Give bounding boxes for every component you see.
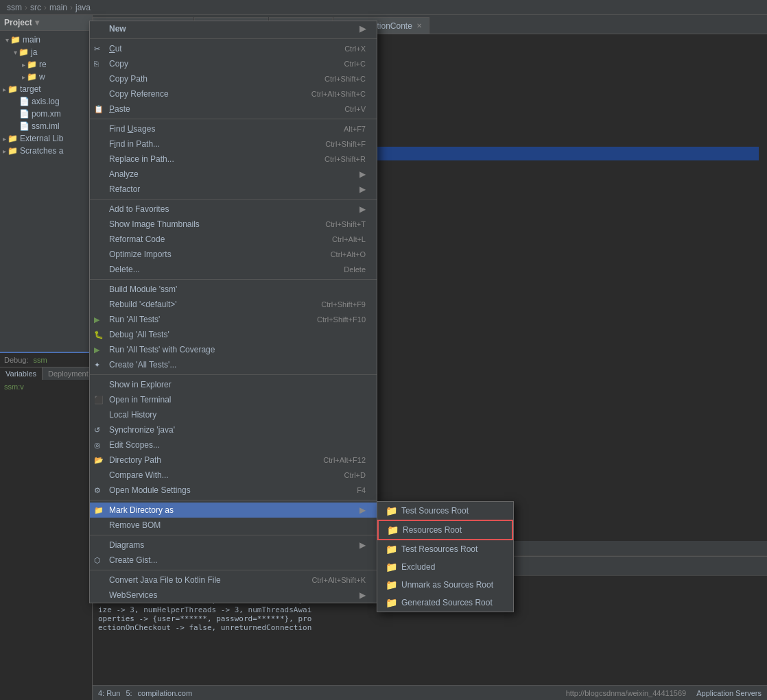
tree-label: ja [31,47,37,57]
menu-item-new[interactable]: New ▶ [90,21,377,36]
run-tab[interactable]: 4: Run [98,689,120,697]
menu-item-rebuild[interactable]: Rebuild '<default>' Ctrl+Shift+F9 [90,297,377,312]
menu-separator [90,279,377,280]
menu-item-mark-directory[interactable]: 📁 Mark Directory as ▶ 📁 Test Sources Roo… [90,503,377,518]
tree-item-pomxml[interactable]: 📄 pom.xm [0,108,92,120]
tree-label: w [39,72,45,82]
menu-item-copy-ref[interactable]: Copy Reference Ctrl+Alt+Shift+C [90,86,377,101]
folder-icon: 📁 [27,60,37,69]
menu-item-module-settings[interactable]: ⚙ Open Module Settings F4 [90,483,377,498]
breadcrumb-src[interactable]: src [30,3,41,12]
tree-item-axislog[interactable]: 📄 axis.log [0,95,92,108]
menu-item-reformat[interactable]: Reformat Code Ctrl+Alt+L [90,232,377,247]
menu-item-cut[interactable]: ✂ Cut Ctrl+X [90,41,377,56]
menu-item-gist[interactable]: ⬡ Create Gist... [90,553,377,568]
menu-item-analyze[interactable]: Analyze ▶ [90,167,377,182]
file-icon: 📄 [19,121,30,131]
menu-item-remove-bom[interactable]: Remove BOM [90,518,377,533]
tree-item-scratches[interactable]: ▸ 📁 Scratches a [0,145,92,157]
copy-icon: ⎘ [94,60,99,68]
debug-tab-deployment[interactable]: Deployment [43,367,93,380]
breadcrumb-java[interactable]: java [75,3,91,12]
menu-item-delete[interactable]: Delete... Delete [90,262,377,277]
menu-item-refactor[interactable]: Refactor ▶ [90,182,377,197]
tree-item-ssmiml[interactable]: 📄 ssm.iml [0,120,92,132]
tree-item-ja[interactable]: ▾ 📁 ja [0,46,92,58]
menu-item-coverage[interactable]: ▶ Run 'All Tests' with Coverage [90,342,377,357]
menu-item-build[interactable]: Build Module 'ssm' [90,282,377,297]
tree-label: External Lib [20,134,63,143]
submenu-item-resources-root[interactable]: 📁 Resources Root [377,520,513,540]
tree-item-main[interactable]: ▾ 📁 main [0,34,92,46]
run-tab-num[interactable]: 5: [126,689,132,697]
submenu-item-unmark[interactable]: 📁 Unmark as Sources Root [377,576,513,594]
submenu-item-excluded[interactable]: 📁 Excluded [377,558,513,576]
folder-icon: 📁 [27,72,37,82]
debug-tab-variables[interactable]: Variables [0,367,43,380]
status-right: http://blogcsdnma/weixin_44411569 Applic… [566,689,762,697]
menu-item-paste[interactable]: 📋 Paste Ctrl+V [90,101,377,117]
submenu-item-generated[interactable]: 📁 Generated Sources Root [377,594,513,612]
submenu-label: Unmark as Sources Root [401,580,493,590]
menu-item-diagrams[interactable]: Diagrams ▶ [90,538,377,553]
tree-item-extlib[interactable]: ▸ 📁 External Lib [0,132,92,145]
menu-item-synchronize[interactable]: ↺ Synchronize 'java' [90,422,377,437]
tab-close-icon[interactable]: ✕ [416,22,422,29]
github-icon: ⬡ [94,556,101,565]
file-icon: 📄 [19,109,30,119]
menu-item-optimize[interactable]: Optimize Imports Ctrl+Alt+O [90,247,377,262]
menu-item-edit-scopes[interactable]: ◎ Edit Scopes... [90,437,377,452]
tree-label: Scratches a [20,146,63,156]
menu-item-show-explorer[interactable]: Show in Explorer [90,377,377,392]
expand-arrow: ▸ [3,135,6,143]
expand-arrow: ▾ [14,49,17,56]
terminal-icon: ⬛ [94,396,104,405]
submenu-label: Resources Root [403,525,462,535]
submenu-item-test-sources[interactable]: 📁 Test Sources Root [377,502,513,520]
menu-item-run-tests[interactable]: ▶ Run 'All Tests' Ctrl+Shift+F10 [90,312,377,327]
submenu-label: Excluded [401,562,435,572]
menu-separator [90,374,377,375]
context-menu[interactable]: New ▶ ✂ Cut Ctrl+X ⎘ Copy Ctrl+C Copy Pa… [89,21,377,603]
debug-icon: 🐛 [94,330,104,339]
sidebar: Project ▾ ▾ 📁 main ▾ 📁 ja ▸ 📁 re ▸ 📁 [0,15,93,700]
menu-separator [90,119,377,119]
menu-item-thumbnails[interactable]: Show Image Thumbnails Ctrl+Shift+T [90,217,377,232]
debug-content: ssm:v [0,380,92,701]
menu-item-open-terminal[interactable]: ⬛ Open in Terminal [90,392,377,407]
paste-icon: 📋 [94,105,104,114]
menu-item-local-history[interactable]: Local History [90,407,377,422]
excluded-icon: 📁 [386,562,397,572]
file-icon: 📄 [19,97,30,106]
sidebar-title: Project [4,18,32,27]
menu-item-compare[interactable]: Compare With... Ctrl+D [90,468,377,483]
submenu-item-test-resources[interactable]: 📁 Test Resources Root [377,540,513,558]
debug-label: Debug: [4,356,28,364]
generated-icon: 📁 [386,597,397,608]
tree-item-target[interactable]: ▸ 📁 target [0,83,92,95]
menu-item-copy-path[interactable]: Copy Path Ctrl+Shift+C [90,71,377,86]
debug-label-area: Debug: ssm [0,352,92,367]
settings-icon: ⚙ [94,486,101,495]
menu-item-copy[interactable]: ⎘ Copy Ctrl+C [90,56,377,71]
tree-item-w[interactable]: ▸ 📁 w [0,71,92,83]
sync-icon: ↺ [94,426,100,435]
menu-item-dir-path[interactable]: 📂 Directory Path Ctrl+Alt+F12 [90,452,377,468]
menu-item-debug-tests[interactable]: 🐛 Debug 'All Tests' [90,327,377,342]
app-servers-label[interactable]: Application Servers [696,689,762,697]
breadcrumb-ssm[interactable]: ssm [7,3,22,12]
submenu-mark-directory[interactable]: 📁 Test Sources Root 📁 Resources Root 📁 T… [377,501,514,612]
menu-item-favorites[interactable]: Add to Favorites ▶ [90,202,377,217]
scissors-icon: ✂ [94,45,100,53]
menu-item-java-kotlin[interactable]: Convert Java File to Kotlin File Ctrl+Al… [90,572,377,588]
menu-item-find-path[interactable]: Find in Path... Ctrl+Shift+F [90,136,377,152]
tree-label: pom.xm [32,109,61,119]
breadcrumb-main[interactable]: main [49,3,67,12]
debug-project: ssm [34,356,47,364]
menu-item-find-usages[interactable]: Find Usages Alt+F7 [90,121,377,136]
menu-item-create-tests[interactable]: ✦ Create 'All Tests'... [90,357,377,372]
expand-arrow: ▾ [5,36,9,44]
menu-item-replace-path[interactable]: Replace in Path... Ctrl+Shift+R [90,152,377,167]
tree-item-re[interactable]: ▸ 📁 re [0,58,92,71]
menu-item-webservices[interactable]: WebServices ▶ [90,588,377,603]
